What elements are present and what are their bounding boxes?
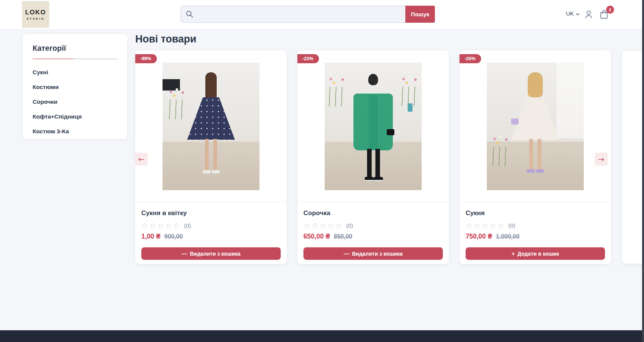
button-label: Додати в кошик — [517, 251, 559, 257]
current-price: 650,00 ₴ — [303, 233, 330, 240]
decor-flowers — [327, 74, 347, 106]
product-title[interactable]: Сукня — [466, 209, 605, 217]
remove-from-cart-button[interactable]: — Видалити з кошика — [303, 247, 443, 260]
discount-badge: -99% — [135, 54, 157, 63]
current-price: 750,00 ₴ — [466, 233, 492, 240]
search-button[interactable]: Пошук — [405, 6, 435, 23]
product-image[interactable] — [487, 62, 584, 190]
account-button[interactable] — [583, 9, 594, 20]
minus-icon: — — [344, 250, 349, 257]
product-rating: ☆☆☆☆☆ (0) — [466, 222, 605, 229]
cart-bag-icon — [599, 14, 609, 20]
decor-flowers — [491, 134, 510, 166]
product-title[interactable]: Сорочка — [303, 209, 443, 217]
price-row: 650,00 ₴ 850,00 — [303, 233, 443, 240]
sidebar-item-shirts[interactable]: Сорочки — [33, 98, 117, 105]
product-card-partial[interactable] — [622, 50, 644, 264]
product-card[interactable]: -25% Сукня ☆☆☆☆☆ (0) 7 — [460, 50, 611, 264]
old-price: 1.000,00 — [496, 233, 519, 240]
arrow-right-icon: → — [598, 155, 604, 163]
cart-badge: 2 — [606, 6, 614, 14]
decor-flowers — [167, 87, 187, 119]
product-card[interactable]: -23% Сорочка ☆☆☆☆☆ — [297, 50, 449, 264]
star-icons: ☆☆☆☆☆ — [303, 222, 343, 229]
search-input[interactable] — [181, 6, 405, 23]
star-icons: ☆☆☆☆☆ — [466, 222, 505, 229]
star-icons: ☆☆☆☆☆ — [141, 222, 181, 229]
search-bar: Пошук — [181, 6, 435, 23]
decor-vase — [408, 103, 413, 112]
button-label: Видалити з кошика — [190, 251, 241, 257]
product-info: Сукня ☆☆☆☆☆ (0) 750,00 ₴ 1.000,00 + Дода… — [460, 202, 611, 264]
current-price: 1,00 ₴ — [141, 233, 161, 240]
product-info: Сорочка ☆☆☆☆☆ (0) 650,00 ₴ 850,00 — Вида… — [297, 202, 449, 264]
language-code: UK — [566, 10, 574, 17]
logo-text-secondary: STUDIO — [27, 17, 45, 20]
product-title[interactable]: Сукня в квітку — [141, 209, 281, 217]
button-label: Видалити з кошика — [352, 251, 403, 257]
logo-text-primary: LOKO — [25, 9, 46, 16]
model-figure — [347, 72, 400, 186]
scrollbar[interactable] — [642, 0, 644, 342]
old-price: 850,00 — [334, 233, 352, 240]
logo[interactable]: LOKO STUDIO — [22, 1, 49, 28]
minus-icon: — — [181, 250, 187, 257]
sidebar-item-top-skirt[interactable]: Кофта+Спідниця — [33, 113, 117, 120]
decor-flowers — [400, 74, 419, 106]
sidebar-item-suits[interactable]: Костюми — [33, 84, 117, 91]
price-row: 1,00 ₴ 900,00 — [141, 233, 281, 240]
decor-bag — [387, 129, 394, 135]
discount-badge: -23% — [297, 54, 319, 63]
categories-nav: Сукні Костюми Сорочки Кофта+Спідниця Кос… — [33, 69, 117, 135]
product-card[interactable]: -99% Сукня в квітку ☆☆☆☆☆ (0) 1 — [135, 50, 287, 264]
product-info: Сукня в квітку ☆☆☆☆☆ (0) 1,00 ₴ 900,00 —… — [135, 202, 287, 264]
footer — [0, 330, 644, 342]
page-title: Нові товари — [135, 33, 196, 45]
price-row: 750,00 ₴ 1.000,00 — [466, 233, 605, 240]
model-figure — [184, 72, 238, 186]
carousel-prev-button[interactable]: ← — [135, 153, 148, 166]
product-image[interactable] — [163, 62, 259, 190]
plus-icon: + — [511, 250, 515, 257]
cart-button[interactable]: 2 — [599, 9, 610, 20]
user-icon — [583, 14, 594, 21]
discount-badge: -25% — [460, 54, 481, 63]
product-rating: ☆☆☆☆☆ (0) — [141, 222, 281, 229]
product-rating: ☆☆☆☆☆ (0) — [303, 222, 443, 229]
remove-from-cart-button[interactable]: — Видалити з кошика — [141, 247, 281, 260]
page: LOKO STUDIO Пошук UK — [0, 0, 644, 342]
arrow-left-icon: ← — [138, 155, 144, 163]
sidebar-item-suit-3[interactable]: Костюм 3-Ка — [33, 128, 117, 135]
model-figure — [509, 72, 562, 186]
rating-count: (0) — [508, 222, 515, 229]
language-selector[interactable]: UK — [566, 10, 580, 17]
product-image[interactable] — [325, 62, 422, 190]
categories-title: Категорії — [33, 44, 117, 53]
decor-bag — [511, 119, 519, 125]
categories-divider — [33, 58, 117, 59]
old-price: 900,00 — [164, 233, 183, 240]
header: LOKO STUDIO Пошук UK — [0, 0, 644, 29]
categories-panel: Категорії Сукні Костюми Сорочки Кофта+Сп… — [23, 34, 127, 139]
rating-count: (0) — [184, 222, 191, 229]
rating-count: (0) — [346, 222, 353, 229]
chevron-down-icon — [576, 10, 580, 17]
add-to-cart-button[interactable]: + Додати в кошик — [466, 247, 605, 260]
sidebar-item-dresses[interactable]: Сукні — [33, 69, 117, 76]
carousel-next-button[interactable]: → — [595, 153, 608, 166]
